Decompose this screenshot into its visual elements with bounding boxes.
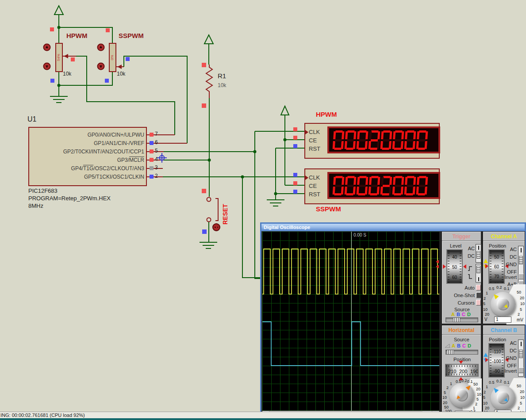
tick-label: 50: [447, 265, 462, 270]
segment: [345, 177, 348, 185]
knob-scale-label: 20: [443, 401, 447, 405]
knob-scale-label: 0.2: [461, 378, 467, 383]
mcu-part: PIC12F683: [28, 187, 58, 194]
pot-hpwm-percent: 54%: [57, 54, 61, 61]
oscilloscope-titlebar[interactable]: Digital Oscilloscope: [261, 224, 525, 231]
resistor-r1[interactable]: [206, 65, 212, 98]
trigger-source-slider[interactable]: [445, 317, 478, 322]
segment: [401, 131, 404, 139]
seven-segment-display: [327, 172, 440, 199]
segment: [346, 193, 353, 195]
segment: [425, 177, 428, 185]
junction-dot: [253, 150, 257, 153]
position-up-arrow-icon[interactable]: [484, 259, 488, 263]
knob-scale-label: 2: [518, 406, 520, 410]
trigger-dc-label: DC: [460, 253, 475, 259]
pot-sspwm-down-button[interactable]: [98, 63, 104, 70]
counter-sspwm[interactable]: CLK CE RST: [304, 168, 440, 204]
segment: [407, 139, 414, 141]
toggle-lever: [478, 277, 479, 281]
segment: [393, 177, 395, 185]
segment: [346, 148, 353, 150]
ground-icon: [200, 242, 217, 248]
trigger-coupling-toggle[interactable]: [476, 244, 481, 263]
trigger-oneshot-label: One-Shot: [447, 293, 475, 298]
trigger-edge-toggle[interactable]: [476, 264, 481, 283]
knob-scale-label: 2: [484, 296, 486, 301]
junction-dot: [274, 192, 277, 195]
trigger-oneshot-button[interactable]: [476, 292, 481, 298]
power-arrow-icon: [54, 6, 63, 43]
segment: [358, 148, 365, 150]
horizontal-title: Horizontal: [442, 325, 481, 335]
pin-label: GP1/AN1/CIN-/VREF: [31, 140, 144, 146]
segment: [357, 131, 360, 139]
junction-dot: [58, 84, 61, 87]
oscilloscope-title: Digital Oscilloscope: [264, 225, 310, 230]
clk-arrow-icon: [305, 176, 308, 180]
segment: [383, 139, 390, 141]
pot-hpwm-down-button[interactable]: [44, 63, 50, 70]
segment: [335, 176, 342, 178]
tick-label: 210: [448, 369, 456, 374]
position-up-arrow-icon[interactable]: [484, 353, 488, 357]
segment: [333, 177, 336, 185]
mcu-program: PROGRAM=Retep_2PWm.HEX: [28, 195, 111, 202]
segment: [418, 193, 425, 195]
channel-a-invert-button[interactable]: [518, 274, 524, 279]
channel-b-title: Channel B: [483, 325, 525, 335]
segment: [417, 131, 419, 139]
trigger-cursors-button[interactable]: [476, 300, 481, 305]
counter-pin-ce: CE: [309, 137, 317, 144]
pin-number: 3: [155, 164, 158, 171]
pin-label: GP3/MCLR: [31, 157, 144, 163]
segment: [359, 139, 366, 141]
rising-edge-icon: [468, 265, 473, 271]
toggle-thumb: [476, 251, 480, 259]
segment: [347, 176, 354, 178]
slider-thumb[interactable]: [453, 317, 460, 322]
pot-sspwm-up-button[interactable]: [98, 44, 104, 51]
segment: [419, 176, 426, 178]
knob-scale-label: 2: [475, 402, 477, 406]
mcu-clock: 8MHz: [28, 202, 43, 209]
resistor-ref: R1: [218, 72, 226, 80]
segment: [369, 131, 372, 139]
knob-scale-label: 50: [517, 384, 521, 388]
knob-scale-label: 20: [476, 387, 480, 391]
channel-b-off-label: OFF: [501, 363, 517, 368]
channel-b-invert-button[interactable]: [518, 367, 524, 373]
counter-sspwm-label: SSPWM: [316, 205, 341, 213]
knob-scale-label: 0.2: [496, 285, 502, 290]
segment: [334, 148, 341, 150]
segment: [342, 131, 344, 139]
trigger-auto-button[interactable]: [476, 285, 481, 290]
segment: [345, 131, 348, 139]
segment: [419, 130, 426, 133]
reset-label: RESET: [222, 204, 229, 225]
channel-a-title: Channel A: [483, 232, 525, 241]
horizontal-source-label: Source: [454, 337, 469, 342]
power-arrow-icon: [281, 106, 289, 185]
segment: [383, 185, 390, 187]
segment: [395, 139, 402, 141]
channel-a-ac-label: AC: [501, 247, 517, 252]
horizontal-source-slider[interactable]: [445, 350, 478, 355]
channel-b-ac-label: AC: [501, 340, 517, 346]
toggle-lever: [478, 246, 479, 250]
segment: [381, 177, 384, 185]
counter-hpwm[interactable]: CLK CE RST: [304, 123, 440, 159]
knob-scale-label: 10: [520, 395, 525, 400]
segment: [342, 177, 344, 185]
pot-sspwm-label: SSPWM: [119, 32, 144, 39]
horizontal-position-slider[interactable]: 210 200 190: [445, 364, 479, 377]
pot-sspwm-value: 10k: [117, 71, 125, 77]
channel-a-off-label: OFF: [501, 269, 517, 275]
pot-hpwm-up-button[interactable]: [44, 44, 50, 51]
slider-thumb[interactable]: [447, 350, 454, 355]
counter-pin-rst: RST: [309, 145, 320, 152]
segment: [382, 148, 389, 150]
pin-label: GP0/AN0/CIN+/ULPWU: [31, 132, 144, 138]
knob-scale-label: 10: [442, 395, 447, 400]
horizontal-panel: Horizontal Source A B C D Position 210 2…: [442, 325, 481, 417]
